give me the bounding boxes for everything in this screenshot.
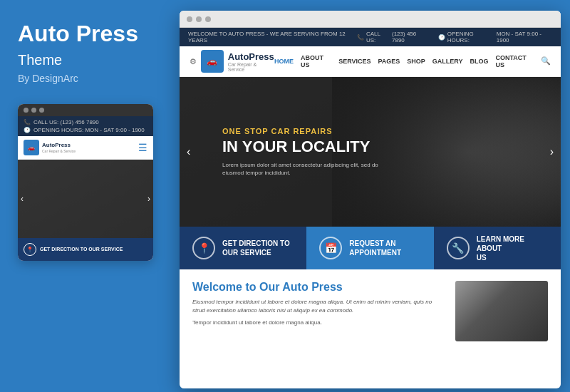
browser-mockup: WELCOME TO AUTO PRESS - WE ARE SERVING F… (180, 11, 561, 388)
mobile-dot-1 (24, 108, 28, 113)
cta-directions-text: GET DIRECTION TO OUR SERVICE (222, 239, 290, 257)
nav-services[interactable]: SERVICES (338, 58, 370, 65)
mobile-cta-text: GET DIRECTION TO OUR SERVICE (40, 247, 123, 252)
cta-learn-line1: LEARN MORE ABOUT (477, 234, 548, 253)
cta-learn-more-text: LEARN MORE ABOUT US (477, 234, 548, 262)
left-panel: Auto Press Theme By DesignArc 📞 CALL US:… (0, 0, 171, 392)
phone-icon: 📞 (24, 119, 31, 125)
cta-directions-line1: GET DIRECTION TO (222, 239, 290, 248)
mobile-phone-row: 📞 CALL US: (123) 456 7890 (24, 119, 147, 125)
hero-content: ONE STOP CAR REPAIRS IN YOUR LOCALITY Lo… (222, 127, 379, 177)
site-hero: ONE STOP CAR REPAIRS IN YOUR LOCALITY Lo… (180, 77, 561, 227)
hero-description: Lorem ipsum dolor sit amet consectetur a… (222, 161, 379, 177)
cta-appointment-text: REQUEST AN APPOINTMENT (349, 239, 401, 257)
search-icon[interactable]: 🔍 (541, 56, 551, 66)
topbar-right: 📞 CALL US: (123) 456 7890 🕐 OPENING HOUR… (357, 31, 552, 43)
mobile-nav[interactable]: 🚗 AutoPress Car Repair & Service ☰ (18, 136, 153, 160)
site-nav: ⚙ 🚗 AutoPress Car Repair & Service HOME … (180, 46, 561, 77)
cta-appointment-line1: REQUEST AN (349, 239, 401, 248)
mobile-logo: 🚗 AutoPress Car Repair & Service (24, 140, 76, 155)
nav-contact[interactable]: CONTACT US (496, 54, 534, 68)
mobile-dot-3 (39, 108, 44, 113)
learn-more-icon: 🔧 (447, 237, 470, 259)
site-logo-sub: Car Repair & Service (228, 62, 274, 72)
welcome-right (455, 281, 548, 341)
phone-icon-top: 📞 (357, 34, 364, 41)
welcome-title-brand: Auto Press (282, 281, 342, 293)
topbar-phone-number: (123) 456 7890 (392, 31, 428, 43)
site-topbar: WELCOME TO AUTO PRESS - WE ARE SERVING F… (180, 28, 561, 46)
mobile-prev-arrow[interactable]: ‹ (21, 194, 24, 204)
topbar-hours-value: MON - SAT 9:00 - 1900 (497, 31, 552, 43)
mobile-next-arrow[interactable]: › (147, 194, 150, 204)
mobile-hero-bg: ‹ › (18, 160, 153, 238)
cta-directions-line2: OUR SERVICE (222, 248, 290, 257)
welcome-text-1: Eiusmod tempor incididunt ut labore et d… (192, 298, 444, 315)
site-logo-name: AutoPress (228, 51, 274, 62)
mobile-info-bar: 📞 CALL US: (123) 456 7890 🕐 OPENING HOUR… (18, 116, 153, 136)
mobile-dot-2 (31, 108, 36, 113)
settings-gear-icon[interactable]: ⚙ (190, 57, 197, 66)
mobile-hero: ‹ › (18, 160, 153, 238)
topbar-hours: 🕐 OPENING HOURS: MON - SAT 9:00 - 1900 (438, 31, 552, 43)
topbar-welcome: WELCOME TO AUTO PRESS - WE ARE SERVING F… (188, 31, 357, 43)
mobile-mockup: 📞 CALL US: (123) 456 7890 🕐 OPENING HOUR… (18, 104, 153, 261)
nav-gallery[interactable]: GALLERY (432, 58, 463, 65)
site-logo-icon: 🚗 (201, 50, 224, 73)
welcome-title: Welcome to Our Auto Press (192, 281, 444, 294)
browser-dot-2 (196, 16, 202, 22)
cta-appointment-line2: APPOINTMENT (349, 248, 401, 257)
mobile-cta-icon: 📍 (24, 243, 36, 256)
site-logo: 🚗 AutoPress Car Repair & Service (201, 50, 274, 73)
mobile-hero-image (18, 160, 153, 238)
topbar-hours-label: OPENING HOURS: (447, 31, 494, 43)
site-logo-text-area: AutoPress Car Repair & Service (228, 51, 274, 72)
hero-next-arrow[interactable]: › (550, 145, 554, 158)
welcome-left: Welcome to Our Auto Press Eiusmod tempor… (192, 281, 444, 341)
welcome-text-2: Tempor incididunt ut labore et dolore ma… (192, 319, 444, 327)
app-subtitle: Theme (18, 52, 153, 68)
nav-about[interactable]: ABOUT US (301, 54, 331, 68)
cta-directions[interactable]: 📍 GET DIRECTION TO OUR SERVICE (180, 227, 306, 269)
hamburger-icon[interactable]: ☰ (138, 142, 147, 153)
browser-titlebar (180, 11, 561, 28)
car-image-bg (455, 281, 548, 341)
browser-dot-3 (205, 16, 211, 22)
mobile-hours-text: OPENING HOURS: MON - SAT 9:00 - 1900 (33, 127, 145, 133)
welcome-section: Welcome to Our Auto Press Eiusmod tempor… (180, 269, 561, 349)
hero-sub-title: ONE STOP CAR REPAIRS (222, 127, 379, 135)
nav-pages[interactable]: PAGES (378, 58, 400, 65)
app-author: By DesignArc (18, 73, 153, 84)
cta-learn-more[interactable]: 🔧 LEARN MORE ABOUT US (434, 227, 561, 269)
clock-icon-top: 🕐 (438, 34, 445, 41)
browser-dot-1 (187, 16, 192, 22)
hero-main-title: IN YOUR LOCALITY (222, 138, 379, 155)
mobile-logo-sub: Car Repair & Service (42, 149, 76, 153)
appointment-icon: 📅 (319, 237, 342, 259)
directions-icon: 📍 (192, 237, 215, 259)
nav-shop[interactable]: SHOP (407, 58, 425, 65)
topbar-phone: 📞 CALL US: (123) 456 7890 (357, 31, 428, 43)
hero-prev-arrow[interactable]: ‹ (187, 145, 190, 158)
mobile-hours-row: 🕐 OPENING HOURS: MON - SAT 9:00 - 1900 (24, 127, 147, 133)
topbar-phone-label: CALL US: (366, 31, 390, 43)
mobile-titlebar (18, 104, 153, 116)
site-nav-links: HOME ABOUT US SERVICES PAGES SHOP GALLER… (274, 54, 551, 68)
mobile-phone-text: CALL US: (123) 456 7890 (33, 119, 99, 125)
cta-appointment[interactable]: 📅 REQUEST AN APPOINTMENT (306, 227, 433, 269)
mobile-logo-icon: 🚗 (24, 140, 39, 155)
clock-icon: 🕐 (24, 127, 31, 133)
mobile-logo-name: AutoPress (42, 143, 76, 149)
welcome-title-prefix: Welcome to Our (192, 281, 282, 293)
app-title: Auto Press (18, 21, 153, 46)
welcome-car-image (455, 281, 548, 341)
mobile-cta-bar[interactable]: 📍 GET DIRECTION TO OUR SERVICE (18, 238, 153, 261)
mobile-logo-text-area: AutoPress Car Repair & Service (42, 143, 76, 153)
nav-blog[interactable]: BLOG (470, 58, 489, 65)
nav-home[interactable]: HOME (274, 58, 294, 65)
cta-bar: 📍 GET DIRECTION TO OUR SERVICE 📅 REQUEST… (180, 227, 561, 269)
cta-learn-line2: US (477, 253, 548, 262)
